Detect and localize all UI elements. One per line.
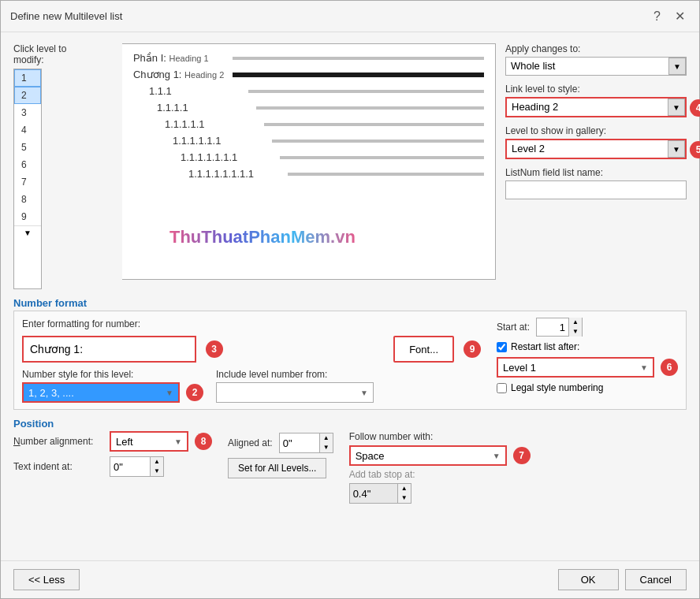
follow-select[interactable]: Space ▼: [349, 445, 507, 466]
link-level-group: Link level to style: Heading 2 ▼ 4: [505, 84, 687, 117]
preview-label-6: 1.1.1.1.1.1: [173, 135, 267, 147]
set-all-row: Set for All Levels...: [228, 458, 333, 478]
dialog-title: Define new Multilevel list: [10, 10, 122, 22]
aligned-down[interactable]: ▼: [320, 443, 333, 452]
listnum-group: ListNum field list name:: [505, 167, 687, 199]
less-button[interactable]: << Less: [13, 569, 80, 590]
format-input[interactable]: [22, 336, 196, 363]
add-tab-label: Add tab stop at:: [349, 469, 531, 480]
tab-spinbtns: ▲ ▼: [397, 484, 411, 503]
indent-label: Text indent at:: [13, 461, 100, 472]
startat-label: Start at:: [497, 322, 530, 333]
set-all-button[interactable]: Set for All Levels...: [228, 458, 326, 478]
preview-label-1: Phần I: Heading 1: [133, 52, 228, 64]
tab-down[interactable]: ▼: [398, 493, 411, 503]
level-item-1[interactable]: 1: [14, 69, 41, 87]
tab-spin[interactable]: ▲ ▼: [349, 483, 411, 504]
link-level-select[interactable]: Heading 2 ▼ 4: [505, 97, 687, 117]
apply-changes-group: Apply changes to: Whole list ▼: [505, 43, 687, 76]
cancel-button[interactable]: Cancel: [625, 569, 687, 590]
circle-7: 7: [513, 447, 531, 464]
include-select[interactable]: ▼: [216, 382, 374, 403]
aligned-at-spin[interactable]: ▲ ▼: [279, 433, 333, 453]
gallery-arrow[interactable]: ▼: [668, 140, 685, 158]
legal-label: Legal style numbering: [511, 382, 603, 393]
scroll-down-btn[interactable]: ▼: [14, 225, 41, 240]
preview-bar-2: [233, 73, 484, 77]
restart-select[interactable]: Level 1 ▼: [497, 357, 654, 378]
alignment-select-row: Left ▼ 8: [110, 431, 212, 452]
restart-value: Level 1: [503, 362, 536, 374]
preview-row-8: 1.1.1.1.1.1.1.1: [133, 168, 484, 180]
tab-input[interactable]: [350, 486, 397, 501]
indent-up[interactable]: ▲: [151, 457, 163, 467]
level-item-6[interactable]: 6: [14, 156, 41, 173]
gallery-value: Level 2: [507, 140, 668, 158]
aligned-at-row: Aligned at: ▲ ▼: [228, 433, 333, 453]
startat-input[interactable]: [537, 320, 568, 335]
preview-bar-5: [264, 123, 484, 126]
include-arrow: ▼: [360, 389, 368, 397]
restart-checkbox[interactable]: [497, 342, 507, 352]
style-select[interactable]: 1, 2, 3, .... ▼: [22, 382, 180, 403]
level-item-4[interactable]: 4: [14, 121, 41, 139]
startat-up[interactable]: ▲: [569, 318, 582, 327]
restart-label: Restart list after:: [511, 341, 579, 352]
right-panel: Apply changes to: Whole list ▼ Link leve…: [505, 43, 687, 199]
link-level-label: Link level to style:: [505, 84, 687, 95]
startat-spinbtns: ▲ ▼: [568, 318, 582, 337]
style-col: Number style for this level: 1, 2, 3, ..…: [22, 369, 203, 403]
aligned-at-input[interactable]: [280, 436, 319, 451]
preview-bar-6: [272, 140, 484, 143]
apply-changes-arrow[interactable]: ▼: [668, 58, 686, 75]
follow-value: Space: [356, 450, 385, 462]
alignment-select[interactable]: Left ▼: [110, 431, 188, 452]
startat-down[interactable]: ▼: [569, 327, 582, 337]
level-item-2[interactable]: 2 1: [14, 87, 41, 104]
restart-select-row: Level 1 ▼ 6: [497, 357, 678, 378]
level-list: 1 2 1 3 4 5 6 7 8: [13, 69, 42, 289]
level-item-3[interactable]: 3: [14, 104, 41, 121]
listnum-label: ListNum field list name:: [505, 167, 687, 178]
indent-input[interactable]: [110, 459, 150, 474]
startat-spin[interactable]: ▲ ▼: [536, 318, 583, 337]
link-level-arrow[interactable]: ▼: [668, 99, 685, 116]
position-title: Position: [13, 418, 687, 430]
alignment-row: Number alignment: Left ▼ 8: [13, 431, 212, 452]
apply-changes-select[interactable]: Whole list ▼: [505, 57, 687, 76]
apply-changes-value: Whole list: [506, 58, 668, 75]
format-input-row: 3 Font... 9: [22, 336, 481, 363]
circle-8: 8: [195, 433, 212, 450]
watermark: ThuThuatPhanMem.vn: [169, 227, 356, 247]
indent-down[interactable]: ▼: [151, 467, 163, 476]
close-button[interactable]: ✕: [670, 7, 690, 25]
level-item-9[interactable]: 9: [14, 208, 41, 225]
format-label: Enter formatting for number:: [22, 318, 140, 329]
preview-label-2: Chương 1: Heading 2: [133, 69, 228, 80]
link-level-value: Heading 2: [507, 99, 668, 116]
aligned-up[interactable]: ▲: [320, 433, 333, 443]
level-item-7[interactable]: 7: [14, 173, 41, 191]
font-button[interactable]: Font...: [393, 336, 454, 363]
style-label: Number style for this level:: [22, 369, 203, 380]
alignment-label-text: umber alignment:: [20, 436, 94, 447]
format-label-row: Enter formatting for number:: [22, 318, 481, 329]
aligned-spinbtns: ▲ ▼: [319, 433, 333, 452]
preview-bar-4: [256, 106, 484, 110]
indent-row: Text indent at: ▲ ▼: [13, 456, 212, 477]
circle-9: 9: [464, 340, 481, 358]
ok-button[interactable]: OK: [558, 569, 619, 590]
legal-checkbox[interactable]: [497, 383, 507, 393]
gallery-select[interactable]: Level 2 ▼ 5: [505, 139, 687, 159]
preview-row-5: 1.1.1.1.1: [133, 118, 484, 130]
tab-up[interactable]: ▲: [398, 484, 411, 493]
preview-box: Phần I: Heading 1 Chương 1: Heading 2 1.…: [122, 43, 496, 280]
level-item-8[interactable]: 8: [14, 191, 41, 208]
follow-select-row: Space ▼ 7: [349, 445, 531, 466]
level-item-5[interactable]: 5: [14, 139, 41, 156]
help-button[interactable]: ?: [649, 8, 665, 25]
indent-spin[interactable]: ▲ ▼: [110, 456, 164, 477]
alignment-label: Number alignment:: [13, 436, 100, 447]
legal-row: Legal style numbering: [497, 382, 678, 393]
listnum-input[interactable]: [505, 180, 687, 199]
